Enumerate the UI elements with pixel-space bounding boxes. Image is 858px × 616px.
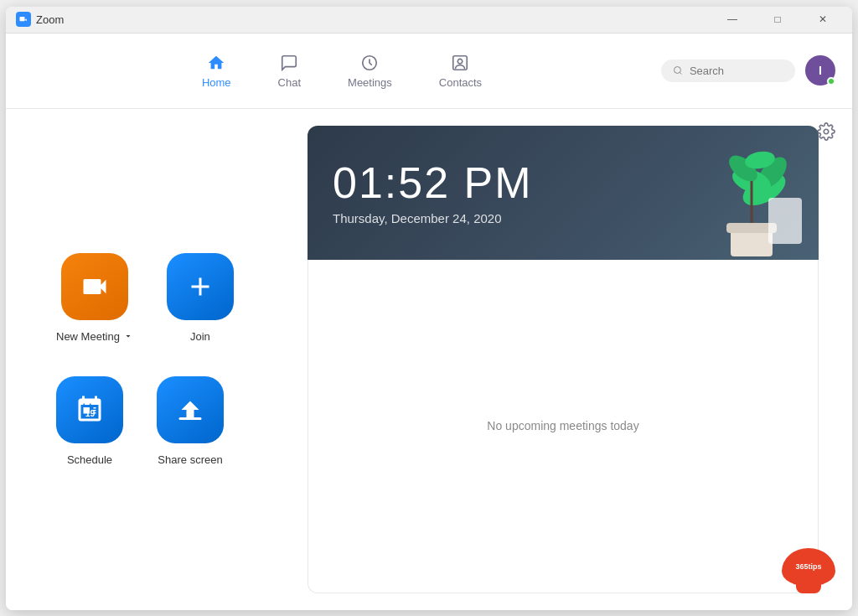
share-screen-label: Share screen [158, 453, 222, 466]
avatar-initials: I [819, 64, 822, 77]
search-icon [673, 65, 683, 76]
clock-display: 01:52 PM Thursday, December 24, 2020 [333, 159, 533, 225]
tab-contacts-label: Contacts [439, 76, 482, 89]
schedule-item[interactable]: 19 Schedule [56, 376, 123, 466]
share-screen-item[interactable]: Share screen [157, 376, 224, 466]
no-meetings-text: No upcoming meetings today [487, 419, 638, 432]
join-button[interactable] [167, 253, 234, 320]
online-indicator [827, 77, 835, 85]
badge-text: 365tips [795, 562, 821, 572]
share-screen-button[interactable] [157, 376, 224, 443]
join-label: Join [190, 330, 210, 343]
contacts-icon [450, 53, 470, 73]
app-logo: Zoom [16, 12, 64, 27]
zoom-logo-icon [16, 12, 31, 27]
new-meeting-label: New Meeting [56, 330, 133, 343]
new-meeting-button[interactable] [61, 253, 128, 320]
action-row-top: New Meeting Join [56, 253, 274, 343]
avatar[interactable]: I [805, 55, 835, 85]
home-icon [206, 53, 226, 73]
window-controls: — □ ✕ [713, 8, 842, 30]
tab-chat-label: Chat [278, 76, 301, 89]
badge-365tips: 365tips [782, 548, 835, 593]
close-button[interactable]: ✕ [804, 8, 842, 30]
plant-decoration [701, 131, 802, 260]
minimize-button[interactable]: — [713, 8, 752, 30]
svg-rect-6 [179, 417, 202, 420]
tab-meetings-label: Meetings [348, 76, 392, 89]
svg-rect-15 [768, 198, 802, 244]
action-row-bottom: 19 Schedule Share screen [56, 376, 274, 466]
svg-point-3 [674, 67, 680, 74]
tab-meetings[interactable]: Meetings [324, 46, 416, 96]
new-meeting-item[interactable]: New Meeting [56, 253, 133, 343]
join-item[interactable]: Join [167, 253, 234, 343]
nav-bar: Home Chat Meetings [6, 34, 852, 109]
svg-text:19: 19 [85, 407, 96, 417]
nav-tabs: Home Chat Meetings [23, 46, 661, 96]
search-bar[interactable] [661, 60, 795, 82]
main-content: New Meeting Join [6, 109, 852, 610]
search-input[interactable] [690, 65, 783, 77]
title-bar: Zoom — □ ✕ [6, 7, 852, 34]
app-window: Zoom — □ ✕ Home [6, 7, 852, 610]
meetings-icon [359, 53, 380, 73]
svg-point-2 [458, 59, 463, 64]
tab-home[interactable]: Home [178, 46, 255, 96]
action-panel: New Meeting Join [39, 126, 274, 593]
clock-time: 01:52 PM [333, 159, 533, 207]
cloud-badge: 365tips [782, 548, 835, 587]
app-title: Zoom [36, 13, 64, 26]
tab-chat[interactable]: Chat [255, 46, 324, 96]
clock-date: Thursday, December 24, 2020 [333, 211, 533, 225]
maximize-button[interactable]: □ [758, 8, 797, 30]
tab-contacts[interactable]: Contacts [416, 46, 505, 96]
chat-icon [279, 53, 299, 73]
settings-icon[interactable] [817, 122, 835, 144]
schedule-label: Schedule [67, 453, 112, 466]
tab-home-label: Home [202, 76, 231, 89]
clock-banner: 01:52 PM Thursday, December 24, 2020 [308, 126, 819, 260]
schedule-button[interactable]: 19 [56, 376, 123, 443]
dropdown-arrow-icon [123, 331, 133, 341]
svg-point-4 [824, 129, 829, 134]
meetings-area: No upcoming meetings today [308, 260, 819, 593]
schedule-panel: 01:52 PM Thursday, December 24, 2020 [308, 126, 819, 593]
